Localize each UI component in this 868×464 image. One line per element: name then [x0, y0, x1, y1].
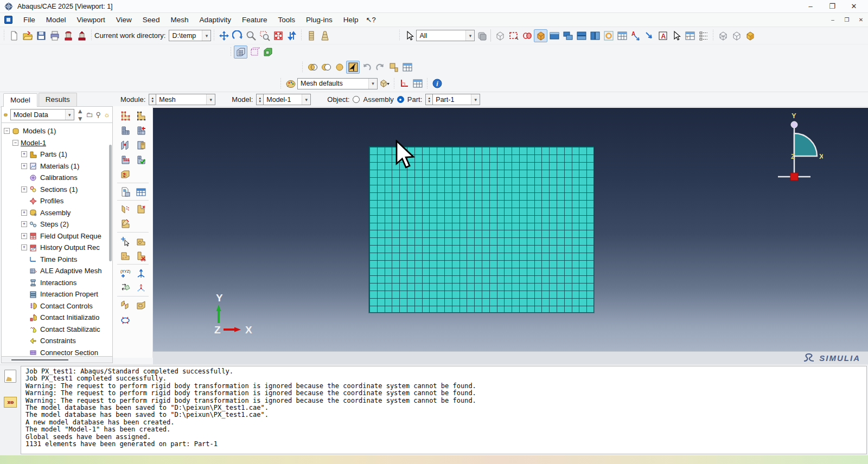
- tree-item-model-1[interactable]: −Model-1: [4, 137, 112, 149]
- datum-plane-icon[interactable]: [117, 280, 133, 295]
- create-bottom-up-icon[interactable]: [117, 202, 133, 216]
- message-area-tab-icon[interactable]: [4, 370, 16, 383]
- tree-item-sections-1[interactable]: +Sections (1): [4, 184, 112, 196]
- tree-item-profiles[interactable]: Profiles: [4, 195, 112, 207]
- collapse-edge-icon[interactable]: [117, 312, 133, 327]
- menu-file[interactable]: File: [18, 14, 41, 25]
- tree-item-materials-1[interactable]: +Materials (1): [4, 160, 112, 172]
- edit-display-icon[interactable]: [520, 29, 534, 42]
- save-icon[interactable]: [34, 29, 48, 42]
- measure-ladder-icon[interactable]: [318, 29, 331, 42]
- select-vertex-icon[interactable]: [117, 234, 133, 248]
- mesh-part-icon[interactable]: [117, 123, 133, 138]
- tree-item-connector-section[interactable]: Connector Section: [4, 347, 112, 357]
- delete-mesh-icon[interactable]: [133, 123, 149, 138]
- tab-model[interactable]: Model: [3, 93, 37, 107]
- menu-plugins[interactable]: Plug-ins: [301, 14, 338, 25]
- datum-axis-icon[interactable]: [133, 266, 149, 280]
- redo-icon[interactable]: [373, 61, 387, 74]
- mesh-region-icon[interactable]: [117, 138, 133, 152]
- expand-icon[interactable]: +: [21, 186, 27, 192]
- filled-circle-icon[interactable]: [333, 61, 346, 74]
- menu-tools[interactable]: Tools: [272, 14, 301, 25]
- element-type-icon[interactable]: [133, 138, 149, 152]
- check-mesh-icon[interactable]: [133, 152, 149, 167]
- tree-filter-combo[interactable]: Model Data▾: [10, 109, 74, 120]
- options-list-icon[interactable]: [697, 29, 710, 42]
- overlap-circles-icon[interactable]: [305, 61, 319, 74]
- meshed-part[interactable]: [369, 146, 594, 313]
- associate-mesh-icon[interactable]: [133, 202, 149, 216]
- combine-faces-icon[interactable]: [133, 298, 149, 312]
- tree-item-contact-stabilizatic[interactable]: Contact Stabilizatic: [4, 324, 112, 336]
- tree-item-models-1[interactable]: −Models (1): [4, 125, 112, 137]
- tree-vertical-scrollbar[interactable]: [109, 145, 112, 261]
- shaded-cube-icon[interactable]: [534, 29, 547, 42]
- menu-adaptivity[interactable]: Adaptivity: [194, 14, 237, 25]
- apply-gray-icon[interactable]: [475, 29, 488, 42]
- filter-icon[interactable]: ⚲: [96, 111, 101, 119]
- expand-collapse-icon[interactable]: ▲▼: [77, 107, 84, 123]
- lightbulb-icon[interactable]: ☼: [104, 111, 110, 119]
- context-help-icon[interactable]: ↖?: [366, 16, 376, 24]
- module-combo[interactable]: Mesh▾: [156, 94, 215, 105]
- pointer-icon[interactable]: [403, 29, 416, 42]
- partition-face-icon[interactable]: [117, 248, 133, 263]
- ink-stamp-maroon-icon[interactable]: [75, 29, 88, 42]
- table-tool-icon[interactable]: [615, 29, 629, 42]
- tree-item-contact-initializatio[interactable]: Contact Initializatio: [4, 312, 112, 324]
- menu-mesh[interactable]: Mesh: [165, 14, 194, 25]
- expand-icon[interactable]: +: [21, 163, 27, 169]
- close-button[interactable]: ✕: [843, 1, 865, 12]
- mesh-table-icon[interactable]: [133, 184, 149, 199]
- cube-dropdown-icon[interactable]: [378, 77, 391, 90]
- tree-item-field-output-reque[interactable]: +Field Output Reque: [4, 230, 112, 242]
- collapse-icon[interactable]: −: [4, 128, 10, 134]
- edit-mesh-icon[interactable]: [117, 216, 133, 231]
- hiddenline-cube-icon[interactable]: [730, 29, 743, 42]
- expand-icon[interactable]: +: [21, 244, 27, 250]
- fit-view-icon[interactable]: [271, 29, 285, 42]
- child-minimize-button[interactable]: –: [826, 15, 840, 25]
- ring-tool-icon[interactable]: [602, 29, 615, 42]
- object-part-radio[interactable]: [397, 96, 404, 103]
- select-arrow-icon[interactable]: [346, 61, 360, 74]
- rotate-view-icon[interactable]: [231, 29, 244, 42]
- mesh-controls-icon[interactable]: B: [117, 184, 133, 199]
- seed-part-icon[interactable]: [117, 108, 133, 123]
- text-annotation-icon[interactable]: A: [656, 29, 669, 42]
- intersect-circles-icon[interactable]: [319, 61, 333, 74]
- work-directory-combo[interactable]: D:\temp▾: [169, 30, 211, 41]
- part-combo[interactable]: Part-1▾: [432, 94, 480, 105]
- child-restore-button[interactable]: ❐: [840, 15, 854, 25]
- undo-icon[interactable]: [360, 61, 373, 74]
- wireframe-cube-icon[interactable]: [716, 29, 730, 42]
- shaded-render-cube-icon[interactable]: [743, 29, 757, 42]
- annotate-arrow-icon[interactable]: A: [629, 29, 642, 42]
- expand-icon[interactable]: +: [21, 233, 27, 239]
- magnify-icon[interactable]: [244, 29, 258, 42]
- expand-icon[interactable]: +: [21, 221, 27, 227]
- blue-arrow-icon[interactable]: [642, 29, 656, 42]
- refine-mesh-icon[interactable]: [117, 167, 133, 182]
- tree-item-constraints[interactable]: Constraints: [4, 335, 112, 347]
- restore-button[interactable]: ❐: [821, 1, 843, 12]
- view-compass[interactable]: Y Z X: [769, 111, 823, 186]
- zoom-box-icon[interactable]: [258, 29, 271, 42]
- menu-model[interactable]: Model: [41, 14, 72, 25]
- query-ladder-icon[interactable]: [304, 29, 318, 42]
- trim-icon[interactable]: [133, 248, 149, 263]
- tree-item-history-output-rec[interactable]: +History Output Rec: [4, 242, 112, 254]
- folder-up-icon[interactable]: 🗀: [86, 111, 93, 119]
- plot-axes-icon[interactable]: [397, 77, 411, 90]
- tree-item-parts-1[interactable]: +Parts (1): [4, 149, 112, 160]
- geometry-display-icon[interactable]: [261, 46, 275, 59]
- pan-view-icon[interactable]: [217, 29, 231, 42]
- expand-icon[interactable]: +: [21, 151, 27, 157]
- pointer-select-icon[interactable]: [669, 29, 683, 42]
- viewport-single-icon[interactable]: [547, 29, 561, 42]
- tree-item-interactions[interactable]: Interactions: [4, 277, 112, 289]
- selection-filter-combo[interactable]: All▾: [416, 30, 475, 41]
- menu-help[interactable]: Help: [338, 14, 364, 25]
- virtual-topology-icon[interactable]: [117, 298, 133, 312]
